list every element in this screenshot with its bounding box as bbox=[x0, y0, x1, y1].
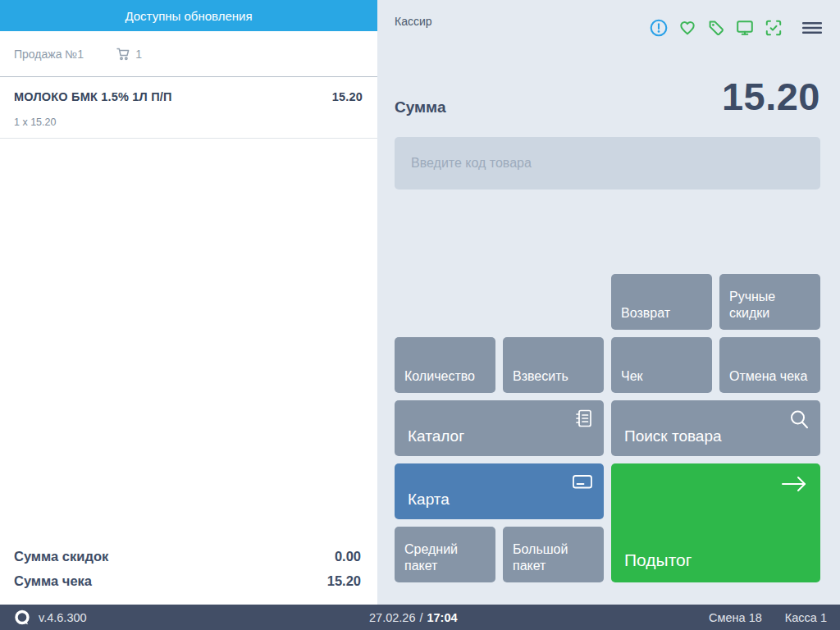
status-bar: v.4.6.300 27.02.26 / 17:04 Смена 18 Касс… bbox=[0, 605, 840, 630]
quantity-button-label: Количество bbox=[404, 368, 475, 385]
action-buttons-grid: Возврат Ручные скидки Количество Взвесит… bbox=[395, 274, 820, 582]
monitor-icon[interactable] bbox=[735, 18, 755, 38]
tag-icon[interactable] bbox=[706, 18, 726, 38]
product-search-button-label: Поиск товара bbox=[624, 427, 722, 446]
receipt-button[interactable]: Чек bbox=[611, 337, 712, 393]
status-time: 17:04 bbox=[427, 611, 457, 624]
product-code-input[interactable] bbox=[395, 137, 820, 189]
header-icons bbox=[649, 18, 822, 38]
cart-indicator: 1 bbox=[116, 48, 142, 61]
item-qty-line: 1 x 15.20 bbox=[14, 116, 363, 128]
subtotal-button[interactable]: Подытог bbox=[611, 463, 820, 582]
sale-header: Продажа №1 1 bbox=[0, 31, 377, 77]
item-name: МОЛОКО БМК 1.5% 1Л П/П bbox=[14, 90, 172, 103]
manual-discounts-button[interactable]: Ручные скидки bbox=[719, 274, 820, 330]
search-icon bbox=[788, 408, 810, 431]
cashier-label: Кассир bbox=[395, 15, 432, 28]
catalog-button-label: Каталог bbox=[408, 427, 464, 446]
updates-banner[interactable]: Доступны обновления bbox=[0, 0, 377, 31]
return-button[interactable]: Возврат bbox=[611, 274, 712, 330]
receipt-total-value: 15.20 bbox=[327, 568, 361, 593]
sum-value: 15.20 bbox=[722, 74, 820, 119]
status-bar-right: Смена 18 Касса 1 bbox=[709, 605, 827, 630]
discount-total-value: 0.00 bbox=[335, 544, 361, 568]
status-date: 27.02.26 bbox=[369, 611, 415, 624]
return-button-label: Возврат bbox=[621, 305, 670, 322]
receipt-button-label: Чек bbox=[621, 368, 643, 385]
sale-summary: Сумма скидок 0.00 Сумма чека 15.20 bbox=[14, 544, 361, 593]
receipt-total-label: Сумма чека bbox=[14, 568, 92, 593]
large-bag-button-label: Большой пакет bbox=[513, 541, 594, 574]
subtotal-button-label: Подытог bbox=[624, 550, 692, 571]
card-button-label: Карта bbox=[408, 490, 450, 509]
shift-indicator[interactable]: Смена 18 bbox=[709, 611, 762, 624]
heart-icon[interactable] bbox=[678, 18, 697, 38]
app-logo-icon bbox=[13, 609, 31, 627]
item-price: 15.20 bbox=[332, 90, 363, 103]
app-version: v.4.6.300 bbox=[39, 611, 87, 624]
card-icon bbox=[571, 471, 594, 492]
card-button[interactable]: Карта bbox=[395, 463, 604, 519]
receipt-total-row: Сумма чека 15.20 bbox=[14, 568, 361, 593]
date-time-separator: / bbox=[419, 611, 422, 624]
alert-icon[interactable] bbox=[649, 18, 669, 38]
catalog-icon bbox=[573, 408, 594, 429]
weigh-button[interactable]: Взвесить bbox=[503, 337, 604, 393]
quantity-button[interactable]: Количество bbox=[395, 337, 495, 393]
receipt-panel: Доступны обновления Продажа №1 1 МОЛОКО … bbox=[0, 0, 377, 605]
manual-discounts-button-label: Ручные скидки bbox=[729, 289, 810, 322]
arrow-right-icon bbox=[779, 473, 809, 495]
scan-check-icon[interactable] bbox=[764, 18, 783, 38]
register-indicator[interactable]: Касса 1 bbox=[785, 611, 827, 624]
updates-banner-label: Доступны обновления bbox=[125, 9, 252, 23]
product-search-button[interactable]: Поиск товара bbox=[611, 400, 820, 456]
receipt-item-row[interactable]: МОЛОКО БМК 1.5% 1Л П/П 15.20 1 x 15.20 bbox=[0, 77, 377, 139]
date-time: 27.02.26 / 17:04 bbox=[369, 605, 458, 630]
weigh-button-label: Взвесить bbox=[513, 368, 568, 385]
medium-bag-button[interactable]: Средний пакет bbox=[395, 527, 495, 582]
medium-bag-button-label: Средний пакет bbox=[404, 541, 486, 574]
pos-app: Доступны обновления Продажа №1 1 МОЛОКО … bbox=[0, 0, 840, 630]
discount-total-label: Сумма скидок bbox=[14, 544, 108, 568]
action-panel: Кассир bbox=[377, 0, 840, 605]
cancel-receipt-button[interactable]: Отмена чека bbox=[719, 337, 820, 393]
sum-label: Сумма bbox=[395, 98, 445, 116]
cart-count: 1 bbox=[135, 48, 142, 61]
status-bar-left: v.4.6.300 bbox=[13, 609, 87, 627]
cart-icon bbox=[116, 48, 130, 61]
menu-icon[interactable] bbox=[802, 18, 822, 38]
discount-total-row: Сумма скидок 0.00 bbox=[14, 544, 361, 568]
cancel-receipt-button-label: Отмена чека bbox=[729, 368, 807, 385]
sale-title: Продажа №1 bbox=[14, 48, 84, 61]
catalog-button[interactable]: Каталог bbox=[395, 400, 604, 456]
large-bag-button[interactable]: Большой пакет bbox=[503, 527, 604, 582]
